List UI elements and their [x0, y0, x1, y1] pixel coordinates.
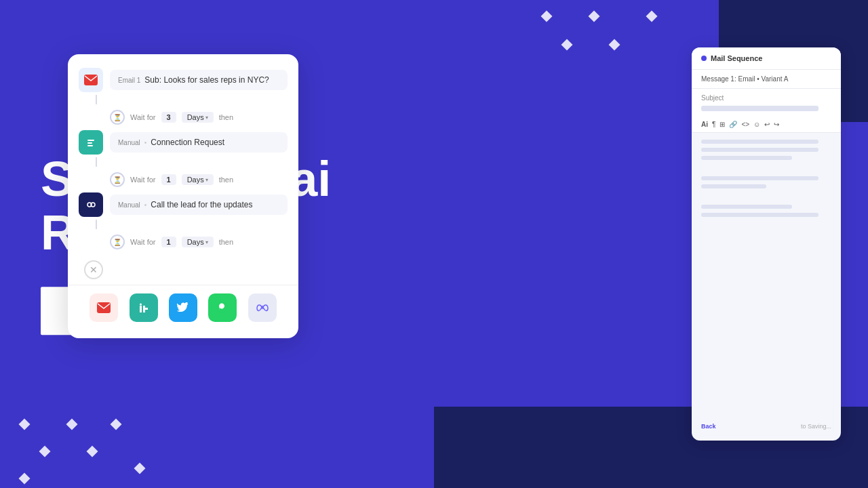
manual-1-text: Connection Request [151, 138, 224, 147]
manual-1-icon [79, 130, 103, 155]
wait-row-2: ⏳ Wait for 1 Days ▾ then [79, 167, 288, 192]
connector-2 [96, 157, 97, 167]
content-line [701, 205, 792, 209]
wait-row-3: ⏳ Wait for 1 Days ▾ then [79, 229, 288, 255]
mail-seq-sublabel: Message 1: Email • Variant A [692, 70, 841, 89]
svg-rect-8 [97, 302, 111, 313]
twitter-channel-button[interactable] [169, 293, 197, 322]
wait-num-3[interactable]: 1 [161, 237, 176, 247]
wait-days-3[interactable]: Days ▾ [182, 237, 214, 247]
manual-1-tag: Manual [118, 139, 140, 146]
mail-seq-header: Mail Sequence [692, 47, 841, 70]
wait-icon-1: ⏳ [110, 110, 125, 125]
mail-seq-dot [701, 56, 707, 61]
content-line [701, 213, 818, 217]
content-line [701, 140, 818, 144]
mail-sequence-panel: Mail Sequence Message 1: Email • Variant… [692, 47, 841, 441]
wait-num-2[interactable]: 1 [161, 174, 176, 185]
linkedin-channel-button[interactable] [130, 293, 158, 322]
add-step-row: ✕ [79, 255, 288, 285]
then-text-2: then [219, 176, 233, 184]
svg-rect-2 [87, 140, 94, 141]
wait-row-1: ⏳ Wait for 3 Days ▾ then [79, 104, 288, 130]
wait-icon-3: ⏳ [110, 235, 125, 249]
svg-rect-3 [87, 142, 92, 144]
manual-2-text: Call the lead for the updates [151, 200, 252, 209]
email-subject-text: Sub: Looks for sales reps in NYC? [144, 75, 269, 85]
svg-rect-4 [87, 145, 93, 146]
content-line [701, 148, 818, 152]
wait-days-2[interactable]: Days ▾ [182, 174, 214, 185]
mail-seq-toolbar: Ai ¶ ⊞ 🔗 <> ☺ ↩ ↪ [692, 117, 841, 133]
svg-point-13 [140, 304, 142, 306]
connector-1 [96, 95, 97, 104]
manual-2-icon [79, 192, 103, 217]
svg-rect-0 [84, 75, 98, 85]
content-line [701, 176, 818, 180]
wait-prefix-1: Wait for [130, 113, 156, 121]
manual-2-tag: Manual [118, 201, 140, 209]
meta-channel-button[interactable] [248, 293, 277, 322]
email-channel-button[interactable] [90, 293, 118, 322]
wait-prefix-2: Wait for [130, 176, 156, 184]
remove-step-button[interactable]: ✕ [84, 260, 103, 279]
then-text-1: then [219, 113, 233, 121]
svg-rect-12 [143, 308, 148, 310]
manual-1-label: Manual • Connection Request [110, 132, 288, 152]
then-text-3: then [219, 238, 233, 246]
email-step-label: Email 1 Sub: Looks for sales reps in NYC… [110, 70, 288, 90]
mail-seq-subject-label: Subject [692, 89, 841, 117]
wait-icon-2: ⏳ [110, 172, 125, 187]
email-step-icon [79, 68, 103, 92]
manual-step-2-row: Manual • Call the lead for the updates [79, 192, 288, 217]
channel-selection-row [79, 285, 288, 327]
content-line [701, 184, 766, 188]
workflow-card: Email 1 Sub: Looks for sales reps in NYC… [68, 54, 298, 338]
manual-2-label: Manual • Call the lead for the updates [110, 195, 288, 215]
whatsapp-channel-button[interactable] [208, 293, 237, 322]
mail-seq-title: Mail Sequence [711, 54, 762, 62]
email-step-row: Email 1 Sub: Looks for sales reps in NYC… [79, 68, 288, 92]
wait-num-1[interactable]: 3 [161, 112, 176, 123]
back-button[interactable]: Back [701, 423, 716, 430]
email-label-tag: Email 1 [118, 77, 140, 84]
connector-3 [96, 220, 97, 229]
mail-seq-content-lines [692, 133, 841, 224]
manual-step-1-row: Manual • Connection Request [79, 130, 288, 155]
svg-rect-10 [140, 306, 142, 312]
wait-days-1[interactable]: Days ▾ [182, 112, 214, 123]
content-line [701, 156, 792, 160]
auto-save-status: to Saving... [801, 423, 831, 430]
wait-prefix-3: Wait for [130, 238, 156, 246]
